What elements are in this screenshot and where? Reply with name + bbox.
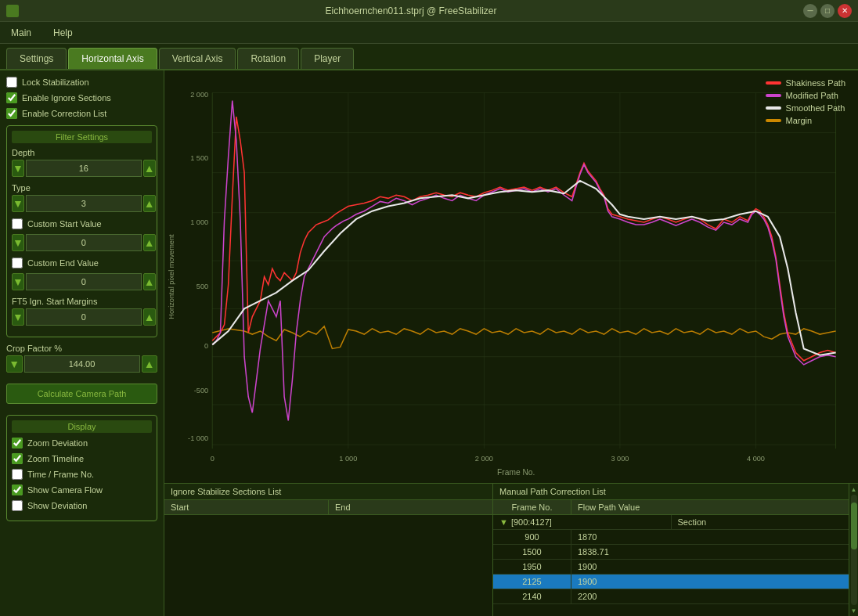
correction-cell-1950-val: 1900	[571, 560, 849, 574]
tab-horizontal-axis[interactable]: Horizontal Axis	[68, 48, 157, 69]
show-deviation-label: Show Deviation	[27, 501, 87, 510]
scroll-up-arrow[interactable]: ▲	[850, 485, 858, 493]
custom-end-stepper: ▼ ▲	[12, 273, 152, 290]
enable-correction-checkbox[interactable]	[6, 108, 17, 119]
correction-section: Manual Path Correction List Frame No. Fl…	[493, 484, 849, 616]
tab-rotation[interactable]: Rotation	[237, 48, 299, 69]
ignore-table-body	[164, 515, 492, 616]
svg-rect-0	[164, 77, 852, 477]
tab-player[interactable]: Player	[301, 48, 354, 69]
crop-factor-increment[interactable]: ▲	[142, 355, 158, 373]
correction-cell-2125-val: 1900	[571, 575, 849, 589]
zoom-timeline-checkbox[interactable]	[12, 453, 23, 464]
modified-path-color	[766, 94, 781, 97]
depth-increment[interactable]: ▲	[143, 160, 156, 177]
enable-correction-row: Enable Correction List	[6, 108, 157, 119]
crop-factor-stepper: ▼ ▲	[6, 355, 157, 373]
scroll-down-arrow[interactable]: ▼	[850, 607, 858, 614]
svg-text:1 000: 1 000	[339, 455, 357, 463]
legend-item-modified: Modified Path	[766, 91, 845, 100]
chart-container: 2 000 1 500 1 000 500 0 -500 -1 000 0 1 …	[164, 70, 858, 483]
filter-settings-title: Filter Settings	[12, 131, 152, 143]
svg-text:2 000: 2 000	[475, 455, 493, 463]
zoom-timeline-label: Zoom Timeline	[27, 454, 84, 463]
calculate-camera-path-button[interactable]: Calculate Camera Path	[6, 384, 157, 404]
depth-input[interactable]	[26, 160, 142, 177]
show-deviation-checkbox[interactable]	[12, 500, 23, 511]
correction-row-section[interactable]: ▼ [900:4127] Section	[493, 515, 849, 530]
margin-label: Margin	[786, 116, 813, 125]
correction-row-2140[interactable]: 2140 2200	[493, 589, 849, 604]
tree-arrow-icon: ▼	[499, 517, 508, 527]
custom-start-decrement[interactable]: ▼	[12, 234, 24, 251]
svg-text:1 500: 1 500	[190, 154, 208, 162]
correction-row-1950[interactable]: 1950 1900	[493, 560, 849, 575]
tab-vertical-axis[interactable]: Vertical Axis	[159, 48, 236, 69]
custom-start-increment[interactable]: ▲	[143, 234, 156, 251]
right-scrollbar[interactable]: ▲ ▼	[849, 484, 858, 616]
correction-cell-section-id: ▼ [900:4127]	[493, 515, 672, 529]
correction-cell-2140-id: 2140	[493, 589, 571, 603]
custom-start-checkbox[interactable]	[12, 218, 23, 229]
correction-cell-2125-id: 2125	[493, 575, 571, 589]
custom-end-input[interactable]	[26, 273, 142, 290]
custom-start-stepper: ▼ ▲	[12, 234, 152, 251]
enable-ignore-checkbox[interactable]	[6, 92, 17, 103]
show-camera-flow-row: Show Camera Flow	[12, 485, 152, 495]
smoothed-path-color	[766, 106, 781, 110]
zoom-deviation-checkbox[interactable]	[12, 438, 23, 448]
svg-text:0: 0	[211, 455, 214, 463]
correction-section-title: Manual Path Correction List	[493, 484, 849, 500]
margin-color	[766, 119, 781, 122]
custom-end-decrement[interactable]: ▼	[12, 273, 24, 290]
tab-bar: Settings Horizontal Axis Vertical Axis R…	[0, 44, 858, 70]
ft5-increment[interactable]: ▲	[143, 308, 156, 326]
chart-svg: 2 000 1 500 1 000 500 0 -500 -1 000 0 1 …	[164, 77, 852, 477]
close-button[interactable]: ✕	[838, 4, 852, 18]
custom-end-checkbox[interactable]	[12, 258, 23, 268]
custom-end-increment[interactable]: ▲	[143, 273, 156, 290]
type-increment[interactable]: ▲	[143, 195, 156, 212]
scrollbar-track[interactable]	[851, 495, 857, 605]
window-title: Eichhoernchen011.stprj @ FreeStabilizer	[19, 5, 803, 16]
crop-factor-decrement[interactable]: ▼	[6, 355, 23, 373]
maximize-button[interactable]: □	[820, 4, 835, 18]
chart-legend: Shakiness Path Modified Path Smoothed Pa…	[766, 78, 845, 125]
show-deviation-row: Show Deviation	[12, 500, 152, 511]
crop-factor-label: Crop Factor %	[6, 344, 157, 353]
menu-main[interactable]: Main	[6, 26, 36, 40]
ft5-decrement[interactable]: ▼	[12, 308, 24, 326]
type-decrement[interactable]: ▼	[12, 195, 24, 212]
menu-help[interactable]: Help	[49, 26, 78, 40]
custom-end-label: Custom End Value	[27, 258, 99, 268]
enable-correction-label: Enable Correction List	[22, 109, 106, 118]
ignore-section: Ignore Stabilize Sections List Start End	[164, 484, 493, 616]
correction-row-1500[interactable]: 1500 1838.71	[493, 545, 849, 560]
tab-settings[interactable]: Settings	[6, 48, 67, 69]
show-camera-flow-checkbox[interactable]	[12, 485, 23, 495]
show-camera-flow-label: Show Camera Flow	[27, 485, 103, 495]
depth-decrement[interactable]: ▼	[12, 160, 24, 177]
type-label: Type	[12, 183, 152, 193]
correction-row-2125[interactable]: 2125 1900	[493, 575, 849, 589]
correction-col-flowval: Flow Path Value	[571, 500, 849, 514]
crop-factor-input[interactable]	[24, 355, 140, 373]
zoom-deviation-row: Zoom Deviation	[12, 438, 152, 448]
type-input[interactable]	[26, 195, 142, 212]
lock-stabilization-checkbox[interactable]	[6, 77, 17, 88]
correction-row-900[interactable]: 900 1870	[493, 530, 849, 545]
minimize-button[interactable]: ─	[803, 4, 817, 18]
scrollbar-thumb[interactable]	[851, 503, 857, 549]
time-frame-row: Time / Frame No.	[12, 469, 152, 480]
correction-cell-1500-id: 1500	[493, 545, 571, 559]
zoom-timeline-row: Zoom Timeline	[12, 453, 152, 464]
svg-text:-500: -500	[194, 387, 208, 394]
depth-label: Depth	[12, 148, 152, 157]
filter-settings-box: Filter Settings Depth ▼ ▲ Type ▼ ▲ Custo…	[6, 125, 157, 337]
display-title: Display	[12, 420, 152, 433]
depth-stepper: ▼ ▲	[12, 160, 152, 177]
ft5-input[interactable]	[26, 308, 142, 326]
custom-start-input[interactable]	[26, 234, 142, 251]
time-frame-label: Time / Frame No.	[27, 470, 94, 479]
time-frame-checkbox[interactable]	[12, 469, 23, 480]
